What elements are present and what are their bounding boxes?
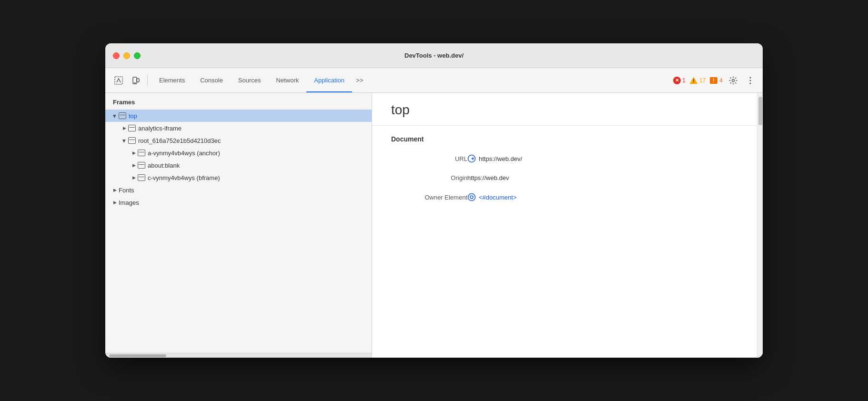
svg-text:!: !	[693, 79, 694, 84]
frame-icon-a-frame	[138, 150, 145, 156]
url-icon	[467, 154, 476, 163]
tree-arrow-about-blank: ▶	[130, 161, 138, 169]
tree-item-fonts[interactable]: ▶ Fonts	[105, 184, 372, 196]
svg-point-11	[750, 82, 751, 84]
title-bar: DevTools - web.dev/	[105, 43, 763, 68]
device-toolbar-button[interactable]	[128, 73, 143, 88]
right-scrollbar-thumb	[758, 97, 762, 125]
more-tabs-button[interactable]: >>	[352, 73, 367, 88]
info-icon: !	[709, 77, 718, 84]
tree-arrow-a-frame: ▶	[130, 149, 138, 157]
property-owner: Owner Element <#document>	[372, 187, 763, 207]
inspect-element-button[interactable]	[111, 73, 126, 88]
element-icon	[467, 193, 476, 201]
tree-label-a-frame: a-vynmy4vb4wys (anchor)	[148, 150, 220, 157]
toolbar: Elements Console Sources Network Applica…	[105, 68, 763, 93]
tree-arrow-analytics: ▶	[121, 124, 128, 132]
tree-arrow-root: ▶	[121, 137, 128, 145]
tab-elements[interactable]: Elements	[151, 68, 192, 92]
tree-item-c-frame[interactable]: ▶ c-vynmy4vb4wys (bframe)	[105, 171, 372, 184]
svg-rect-2	[137, 79, 139, 82]
tree-arrow-fonts: ▶	[111, 186, 119, 194]
tree-item-root[interactable]: ▶ root_616a752e1b5d4210d3ec	[105, 134, 372, 147]
tree-item-images[interactable]: ▶ Images	[105, 196, 372, 209]
settings-button[interactable]	[727, 74, 740, 87]
more-options-button[interactable]	[744, 74, 757, 87]
svg-point-8	[732, 79, 735, 81]
tree-label-c-frame: c-vynmy4vb4wys (bframe)	[148, 174, 220, 181]
svg-point-14	[470, 196, 473, 199]
frame-icon-c-frame	[138, 174, 145, 181]
owner-value: <#document>	[467, 193, 517, 201]
tree-arrow-images: ▶	[111, 199, 119, 206]
property-origin: Origin https://web.dev	[372, 169, 763, 187]
tree-label-top: top	[129, 112, 137, 120]
traffic-lights	[113, 52, 141, 59]
info-badge[interactable]: ! 4	[709, 77, 723, 84]
url-value: https://web.dev/	[467, 154, 522, 163]
warning-badge[interactable]: ! 17	[689, 77, 706, 84]
frame-icon-about-blank	[138, 162, 145, 169]
toolbar-right: ✕ 1 ! 17 ! 4	[673, 74, 757, 87]
frame-icon-top	[119, 112, 126, 119]
toolbar-divider-1	[147, 75, 148, 86]
origin-label: Origin	[391, 174, 467, 181]
tree-item-top[interactable]: ▶ top	[105, 110, 372, 122]
tree-arrow-c-frame: ▶	[130, 174, 138, 181]
sidebar: Frames ▶ top ▶ analytics-iframe ▶ root_6…	[105, 93, 372, 358]
devtools-window: DevTools - web.dev/ Elements Console	[105, 43, 763, 358]
tab-console[interactable]: Console	[192, 68, 231, 92]
tree-item-about-blank[interactable]: ▶ about:blank	[105, 159, 372, 171]
warning-icon: !	[689, 77, 698, 84]
svg-point-10	[750, 80, 751, 81]
frame-icon-root	[128, 137, 136, 144]
sidebar-section-title: Frames	[105, 93, 372, 110]
owner-element-link[interactable]: <#document>	[479, 194, 517, 201]
svg-point-9	[750, 77, 751, 78]
tab-network[interactable]: Network	[269, 68, 307, 92]
scrollbar-thumb	[109, 354, 166, 357]
minimize-button[interactable]	[123, 52, 130, 59]
tree-label-images: Images	[119, 199, 139, 206]
main-content: Frames ▶ top ▶ analytics-iframe ▶ root_6…	[105, 93, 763, 358]
tree-label-about-blank: about:blank	[148, 162, 180, 169]
gear-icon	[729, 76, 737, 85]
content-panel: top Document URL https://web.dev/ Origin…	[372, 93, 763, 358]
url-label: URL	[391, 155, 467, 162]
svg-text:!: !	[713, 78, 715, 83]
vertical-dots-icon	[749, 76, 751, 85]
tree-label-fonts: Fonts	[119, 187, 134, 194]
close-button[interactable]	[113, 52, 120, 59]
owner-label: Owner Element	[391, 194, 467, 201]
origin-value: https://web.dev	[467, 174, 509, 181]
tab-sources[interactable]: Sources	[231, 68, 269, 92]
error-icon: ✕	[673, 77, 681, 84]
frame-icon-analytics	[128, 125, 136, 131]
tree-item-a-frame[interactable]: ▶ a-vynmy4vb4wys (anchor)	[105, 147, 372, 159]
maximize-button[interactable]	[134, 52, 141, 59]
tree-label-root: root_616a752e1b5d4210d3ec	[138, 137, 221, 144]
tree-arrow-top: ▶	[111, 112, 119, 120]
tab-list: Elements Console Sources Network Applica…	[151, 68, 671, 92]
property-url: URL https://web.dev/	[372, 149, 763, 169]
tab-application[interactable]: Application	[306, 68, 352, 92]
tree-label-analytics: analytics-iframe	[138, 125, 182, 132]
document-section-header: Document	[372, 126, 763, 149]
sidebar-scrollbar[interactable]	[105, 353, 372, 358]
tree-item-analytics[interactable]: ▶ analytics-iframe	[105, 122, 372, 134]
error-badge[interactable]: ✕ 1	[673, 77, 686, 84]
right-scrollbar[interactable]	[757, 93, 763, 358]
svg-point-13	[468, 194, 475, 201]
window-title: DevTools - web.dev/	[404, 52, 464, 59]
content-title: top	[372, 93, 763, 126]
